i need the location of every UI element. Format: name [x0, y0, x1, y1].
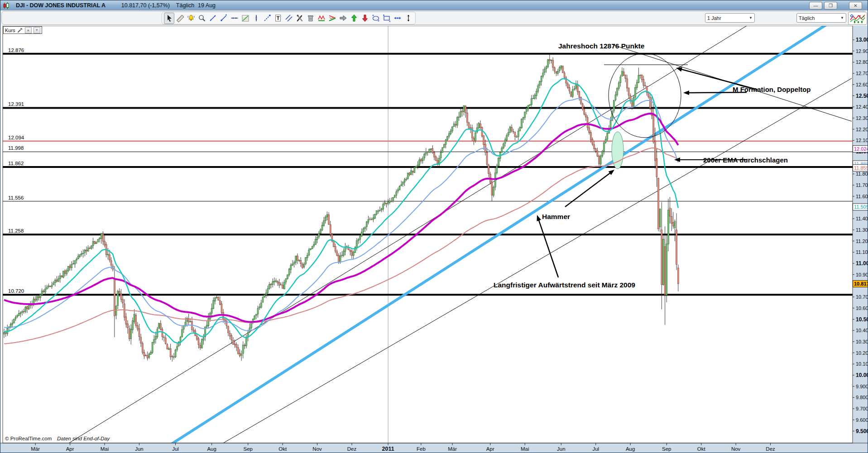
axis-value-box: 12.024: [853, 146, 868, 153]
svg-text:11.100: 11.100: [856, 249, 868, 255]
svg-text:Nov: Nov: [731, 446, 741, 452]
window-title: DJI - DOW JONES INDUSTRIAL A: [16, 2, 106, 9]
parallel-lines-icon[interactable]: [283, 13, 294, 24]
annotation-jahreshoch: Jahreshoch 12876 Punkte: [558, 42, 645, 50]
annotation-m-formation: M Formation, Doppeltop: [733, 86, 810, 93]
chart-background: [0, 0, 868, 453]
svg-text:Sep: Sep: [243, 446, 252, 452]
close-button[interactable]: ✕: [849, 2, 862, 10]
triangle-pattern-icon[interactable]: [327, 13, 337, 24]
svg-text:10.200: 10.200: [856, 350, 868, 356]
level-label: 11.862: [8, 161, 24, 166]
pane-header: Kurs ▲ ▼: [3, 26, 42, 34]
minimize-button[interactable]: —: [809, 2, 822, 10]
time-axis-panel[interactable]: [0, 443, 853, 453]
svg-text:11.400: 11.400: [856, 216, 868, 221]
ellipse-tool-icon[interactable]: [370, 13, 381, 24]
svg-text:Jul: Jul: [592, 446, 599, 452]
vertical-line-icon[interactable]: [251, 13, 261, 24]
zoom-icon[interactable]: [197, 13, 207, 24]
arrow-up-icon[interactable]: [349, 13, 359, 24]
horizontal-line-icon[interactable]: [229, 13, 240, 24]
alarm-bell-icon[interactable]: [186, 13, 196, 24]
delete-trash-icon[interactable]: [305, 13, 316, 24]
svg-text:11.700: 11.700: [856, 182, 868, 188]
svg-text:10.000: 10.000: [856, 372, 868, 378]
move-pane-up-button[interactable]: ▲: [25, 27, 32, 33]
svg-text:9.500: 9.500: [856, 428, 868, 434]
level-label: 12.876: [8, 48, 24, 53]
title-price: 10.817,70 (-1,57%): [112, 0, 170, 15]
ruler-icon[interactable]: [175, 13, 185, 24]
dashed-line-icon[interactable]: [262, 13, 272, 24]
svg-text:Apr: Apr: [66, 446, 74, 452]
svg-text:11.300: 11.300: [856, 227, 868, 233]
annotation-uptrend: Langfristiger Aufwärtstrend seit März 20…: [494, 281, 635, 289]
trendline-icon[interactable]: [207, 13, 218, 24]
svg-text:12.900: 12.900: [856, 48, 868, 54]
svg-text:9.600: 9.600: [856, 417, 868, 423]
candlestick-app-icon: [3, 2, 10, 9]
svg-text:Mai: Mai: [521, 446, 529, 452]
period-select-value: Täglich: [799, 15, 815, 21]
level-label: 11.258: [8, 228, 24, 234]
svg-text:11.000: 11.000: [856, 260, 868, 267]
svg-text:12.100: 12.100: [856, 138, 868, 143]
svg-text:Apr: Apr: [486, 446, 494, 452]
svg-text:11.200: 11.200: [856, 238, 868, 244]
drawing-tools-group: T: [162, 12, 416, 24]
window-controls: — ❐ ✕: [809, 2, 862, 10]
move-pane-down-button[interactable]: ▼: [34, 27, 40, 33]
svg-text:Mai: Mai: [101, 446, 109, 452]
price-chart-canvas[interactable]: Jahreshoch 12876 PunkteM Formation, Dopp…: [0, 0, 868, 453]
svg-text:Jul: Jul: [172, 446, 179, 452]
rectangle-tool-icon[interactable]: [381, 13, 392, 24]
wrench-icon[interactable]: [17, 28, 23, 33]
copyright-text: © ProRealTime.com: [5, 436, 52, 441]
v-resize-icon[interactable]: [403, 13, 413, 24]
svg-text:10.100: 10.100: [856, 361, 868, 367]
svg-text:Okt: Okt: [278, 446, 287, 452]
svg-text:10.700: 10.700: [856, 294, 868, 300]
text-tool-icon[interactable]: T: [273, 13, 283, 24]
svg-text:Nov: Nov: [312, 446, 322, 452]
axis-value-box: 11.505: [853, 204, 868, 210]
svg-text:11.505: 11.505: [854, 204, 868, 210]
title-bar: DJI - DOW JONES INDUSTRIAL A 10.817,70 (…: [0, 0, 868, 10]
settings-tools-icon[interactable]: [294, 13, 305, 24]
title-date: 19 Aug: [198, 2, 216, 9]
svg-text:Jun: Jun: [135, 446, 144, 452]
svg-text:12.700: 12.700: [856, 71, 868, 76]
chart-style-button[interactable]: [848, 12, 867, 25]
svg-text:T: T: [276, 15, 279, 21]
period-select[interactable]: Täglich ▼: [796, 13, 846, 23]
h-resize-icon[interactable]: [392, 13, 403, 24]
fibonacci-icon[interactable]: [240, 13, 250, 24]
svg-text:Mär: Mär: [31, 446, 40, 452]
pane-label: Kurs: [5, 28, 15, 33]
data-note-text: Daten sind End-of-Day: [57, 436, 110, 441]
zigzag-pattern-icon[interactable]: [316, 13, 326, 24]
svg-text:9.800: 9.800: [856, 395, 868, 400]
annotation-hammer: Hammer: [542, 213, 570, 220]
svg-text:12.400: 12.400: [856, 104, 868, 110]
svg-text:10.600: 10.600: [856, 305, 868, 311]
level-label: 10.720: [8, 288, 24, 294]
chevron-down-icon: ▼: [840, 16, 844, 20]
arrow-right-icon[interactable]: [338, 13, 348, 24]
arrow-down-icon[interactable]: [360, 13, 370, 24]
svg-text:13.000: 13.000: [856, 37, 868, 43]
svg-text:9.700: 9.700: [856, 406, 868, 411]
svg-text:11.600: 11.600: [856, 194, 868, 199]
segment-icon[interactable]: [218, 13, 229, 24]
svg-text:10.400: 10.400: [856, 328, 868, 333]
axis-value-box: 11.855: [853, 164, 868, 171]
annotation-200ema: 200er EMA durchschlagen: [703, 156, 788, 164]
chart-style-icon: [850, 14, 865, 24]
level-label: 11.998: [8, 145, 24, 151]
svg-text:10.500: 10.500: [856, 316, 868, 323]
svg-text:12.600: 12.600: [856, 82, 868, 87]
range-select[interactable]: 1 Jahr ▼: [705, 13, 755, 23]
svg-text:10.900: 10.900: [856, 272, 868, 277]
restore-button[interactable]: ❐: [824, 2, 837, 10]
